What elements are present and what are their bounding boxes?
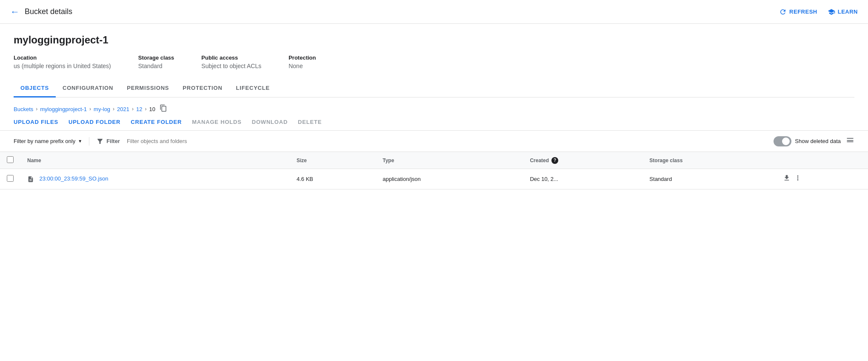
top-bar-left: ← Bucket details: [10, 6, 72, 17]
file-name-link[interactable]: 23:00:00_23:59:59_SO.json: [39, 175, 108, 182]
row-checkbox[interactable]: [7, 175, 14, 182]
filter-right: Show deleted data: [774, 136, 854, 146]
meta-row: Location us (multiple regions in United …: [14, 54, 854, 69]
action-row: UPLOAD FILES UPLOAD FOLDER CREATE FOLDER…: [0, 114, 868, 130]
breadcrumb-mylog[interactable]: my-log: [94, 106, 110, 112]
page-title: Bucket details: [25, 7, 72, 16]
chevron-down-icon: ▼: [78, 139, 82, 143]
breadcrumb-buckets[interactable]: Buckets: [14, 106, 33, 112]
row-storage-class: Standard: [642, 169, 776, 189]
breadcrumb-current: 10: [149, 106, 155, 112]
row-type: application/json: [376, 169, 523, 189]
th-name: Name: [20, 152, 290, 169]
more-options-button[interactable]: [794, 174, 802, 184]
th-created-label: Created: [530, 158, 549, 163]
learn-label: LEARN: [838, 9, 858, 15]
manage-holds-button[interactable]: MANAGE HOLDS: [192, 119, 242, 125]
breadcrumb: Buckets › myloggingproject-1 › my-log › …: [14, 104, 854, 114]
row-actions: [783, 174, 861, 184]
download-row-button[interactable]: [783, 174, 791, 184]
filter-label: Filter: [106, 138, 120, 144]
objects-table: Name Size Type Created ? Storage class: [0, 152, 868, 189]
refresh-icon: [779, 8, 787, 16]
row-checkbox-cell: [0, 169, 20, 189]
top-bar-right: REFRESH LEARN: [779, 8, 858, 16]
th-actions: [776, 152, 868, 169]
main-content: myloggingproject-1 Location us (multiple…: [0, 24, 868, 97]
row-name-cell: 23:00:00_23:59:59_SO.json: [20, 169, 290, 189]
filter-divider: [89, 137, 89, 146]
th-size: Size: [290, 152, 376, 169]
th-type: Type: [376, 152, 523, 169]
tabs: OBJECTS CONFIGURATION PERMISSIONS PROTEC…: [14, 80, 854, 97]
learn-button[interactable]: LEARN: [828, 8, 858, 16]
th-created: Created ?: [523, 152, 642, 169]
breadcrumb-section: Buckets › myloggingproject-1 › my-log › …: [0, 97, 868, 114]
filter-icon-label: Filter: [96, 138, 120, 145]
row-actions-cell: [776, 169, 868, 189]
filter-icon: [96, 138, 104, 145]
protection-value: None: [288, 63, 316, 69]
copy-path-icon[interactable]: [160, 104, 167, 114]
sep-4: ›: [132, 106, 134, 112]
tab-lifecycle[interactable]: LIFECYCLE: [229, 80, 277, 97]
sep-2: ›: [89, 106, 91, 112]
th-checkbox: [0, 152, 20, 169]
breadcrumb-12[interactable]: 12: [136, 106, 142, 112]
breadcrumb-project[interactable]: myloggingproject-1: [40, 106, 87, 112]
refresh-label: REFRESH: [789, 9, 817, 15]
th-storage-class: Storage class: [642, 152, 776, 169]
storage-class-label: Storage class: [138, 54, 174, 61]
select-all-checkbox[interactable]: [7, 156, 14, 163]
tab-protection[interactable]: PROTECTION: [176, 80, 229, 97]
tab-objects[interactable]: OBJECTS: [14, 80, 56, 97]
protection-meta: Protection None: [288, 54, 316, 69]
filter-prefix-label: Filter by name prefix only: [14, 138, 75, 144]
back-button[interactable]: ←: [10, 6, 20, 17]
upload-folder-button[interactable]: UPLOAD FOLDER: [69, 119, 120, 125]
sep-3: ›: [113, 106, 114, 112]
top-bar: ← Bucket details REFRESH LEARN: [0, 0, 868, 24]
density-icon[interactable]: [846, 136, 854, 146]
table-row: 23:00:00_23:59:59_SO.json 4.6 KB applica…: [0, 169, 868, 189]
tab-permissions[interactable]: PERMISSIONS: [120, 80, 176, 97]
show-deleted-label: Show deleted data: [795, 138, 841, 144]
table-header-row: Name Size Type Created ? Storage class: [0, 152, 868, 169]
row-size: 4.6 KB: [290, 169, 376, 189]
location-meta: Location us (multiple regions in United …: [14, 54, 111, 69]
filter-row: Filter by name prefix only ▼ Filter Show…: [0, 130, 868, 152]
public-access-meta: Public access Subject to object ACLs: [201, 54, 261, 69]
show-deleted-toggle[interactable]: [774, 136, 791, 146]
created-help-icon[interactable]: ?: [551, 157, 558, 164]
download-button[interactable]: DOWNLOAD: [252, 119, 288, 125]
refresh-button[interactable]: REFRESH: [779, 8, 817, 16]
storage-class-value: Standard: [138, 63, 174, 69]
create-folder-button[interactable]: CREATE FOLDER: [131, 119, 182, 125]
upload-files-button[interactable]: UPLOAD FILES: [14, 119, 58, 125]
filter-prefix-dropdown[interactable]: Filter by name prefix only ▼: [14, 138, 82, 144]
delete-button[interactable]: DELETE: [298, 119, 322, 125]
toggle-container: Show deleted data: [774, 136, 841, 146]
location-label: Location: [14, 54, 111, 61]
row-created: Dec 10, 2...: [523, 169, 642, 189]
sep-1: ›: [36, 106, 37, 112]
file-icon: [27, 175, 36, 183]
tab-configuration[interactable]: CONFIGURATION: [56, 80, 120, 97]
public-access-value: Subject to object ACLs: [201, 63, 261, 69]
location-value: us (multiple regions in United States): [14, 63, 111, 69]
table-container: Name Size Type Created ? Storage class: [0, 152, 868, 189]
filter-input[interactable]: [127, 138, 767, 144]
storage-class-meta: Storage class Standard: [138, 54, 174, 69]
learn-icon: [828, 8, 835, 16]
protection-label: Protection: [288, 54, 316, 61]
sep-5: ›: [145, 106, 147, 112]
toggle-knob: [782, 138, 790, 145]
bucket-name: myloggingproject-1: [14, 34, 854, 46]
public-access-label: Public access: [201, 54, 261, 61]
breadcrumb-2021[interactable]: 2021: [117, 106, 129, 112]
